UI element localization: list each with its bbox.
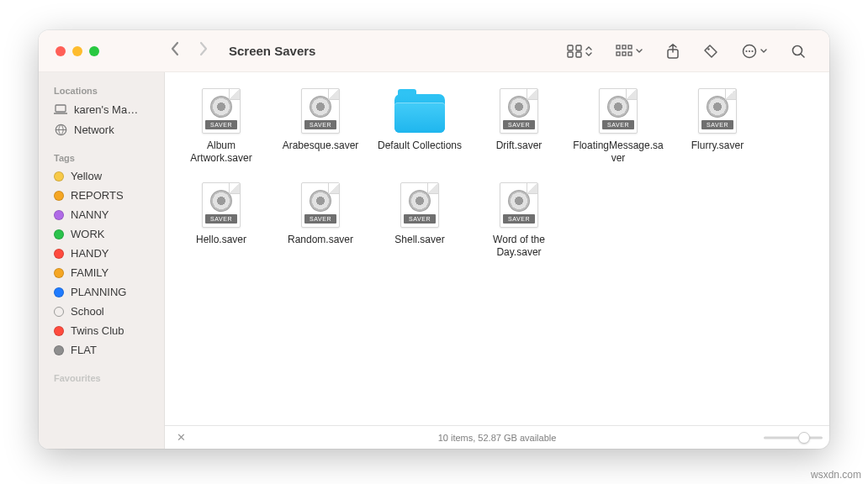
path-bar-close-button[interactable]: ✕ (172, 431, 191, 444)
tag-dot-icon (54, 345, 64, 355)
tag-dot-icon (54, 171, 64, 182)
svg-point-11 (707, 48, 709, 50)
file-item[interactable]: SAVERFlurry.saver (670, 87, 765, 175)
icon-grid[interactable]: SAVERAlbum Artwork.saverSAVERArabesque.s… (165, 72, 829, 425)
file-item-label: FloatingMessage.saver (572, 139, 664, 165)
file-item[interactable]: SAVERShell.saver (372, 182, 468, 269)
sidebar-item-label: FLAT (71, 344, 97, 356)
file-item-label: Shell.saver (394, 234, 444, 246)
sidebar-item-label: FAMILY (71, 266, 108, 279)
share-button[interactable] (666, 44, 680, 59)
sidebar-tag-item[interactable]: Yellow (39, 166, 164, 186)
file-item-label: Hello.saver (196, 234, 246, 246)
saver-file-icon: SAVER (196, 87, 246, 134)
forward-button[interactable] (198, 41, 209, 60)
chevron-updown-icon (585, 46, 592, 56)
sidebar-tag-item[interactable]: Twins Club (39, 321, 164, 340)
traffic-lights (39, 46, 165, 56)
sidebar-tag-item[interactable]: HANDY (39, 244, 164, 263)
saver-file-icon: SAVER (692, 87, 743, 134)
svg-rect-9 (628, 52, 632, 55)
svg-rect-0 (568, 45, 573, 50)
svg-rect-3 (576, 52, 581, 57)
globe-icon (54, 123, 67, 136)
saver-file-icon: SAVER (295, 87, 346, 134)
sidebar: Locations karen's Ma…Network Tags Yellow… (39, 72, 165, 449)
status-bar: ✕ 10 items, 52.87 GB available (165, 425, 829, 449)
chevron-down-icon (760, 49, 767, 54)
tag-dot-icon (54, 210, 64, 220)
back-button[interactable] (170, 41, 180, 60)
tag-dot-icon (54, 229, 64, 239)
finder-window: Screen Savers (39, 30, 829, 449)
file-item-label: Album Artwork.saver (175, 139, 267, 165)
svg-rect-5 (622, 45, 626, 49)
sidebar-tag-item[interactable]: FAMILY (39, 263, 164, 282)
file-item-label: Word of the Day.saver (473, 234, 565, 259)
tags-button[interactable] (703, 44, 718, 59)
sidebar-tag-item[interactable]: PLANNING (39, 282, 164, 302)
file-item-label: Default Collections (378, 139, 462, 152)
titlebar: Screen Savers (39, 30, 829, 72)
saver-file-icon: SAVER (494, 87, 544, 134)
svg-line-17 (801, 54, 804, 57)
folder-icon (394, 87, 445, 134)
sidebar-location-item[interactable]: karen's Ma… (39, 99, 164, 119)
svg-rect-6 (628, 45, 632, 49)
laptop-icon (54, 103, 67, 116)
saver-file-icon: SAVER (593, 87, 643, 134)
file-item[interactable]: SAVERWord of the Day.saver (471, 182, 567, 269)
file-item[interactable]: Default Collections (372, 87, 468, 175)
file-item[interactable]: SAVERAlbum Artwork.saver (173, 87, 269, 175)
file-item[interactable]: SAVERDrift.saver (471, 87, 567, 175)
window-body: Locations karen's Ma…Network Tags Yellow… (39, 72, 829, 449)
file-item[interactable]: SAVERFloatingMessage.saver (570, 87, 666, 175)
search-button[interactable] (791, 44, 806, 59)
svg-point-14 (749, 50, 750, 51)
sidebar-tag-item[interactable]: FLAT (39, 340, 164, 360)
file-item-label: Drift.saver (496, 139, 542, 152)
sidebar-tag-item[interactable]: REPORTS (39, 186, 164, 205)
tag-dot-icon (54, 287, 64, 297)
icon-size-slider[interactable] (764, 432, 823, 444)
saver-file-icon: SAVER (394, 182, 445, 229)
status-text: 10 items, 52.87 GB available (438, 433, 557, 443)
svg-point-15 (751, 50, 753, 51)
tag-dot-icon (54, 326, 64, 336)
view-mode-button[interactable] (567, 45, 592, 58)
tag-dot-icon (54, 249, 64, 259)
sidebar-item-label: School (71, 305, 104, 318)
sidebar-header-favourites: Favourites (39, 368, 164, 387)
fullscreen-window-button[interactable] (89, 46, 99, 56)
file-item[interactable]: SAVERRandom.saver (273, 182, 368, 269)
sidebar-item-label: WORK (71, 228, 104, 240)
actions-button[interactable] (742, 44, 767, 59)
tag-dot-icon (54, 191, 64, 201)
sidebar-item-label: HANDY (71, 247, 109, 260)
sidebar-header-locations: Locations (39, 81, 164, 99)
sidebar-item-label: Yellow (71, 170, 102, 182)
svg-rect-7 (617, 52, 620, 55)
file-item[interactable]: SAVERArabesque.saver (273, 87, 368, 175)
sidebar-item-label: REPORTS (71, 189, 124, 202)
sidebar-location-item[interactable]: Network (39, 119, 164, 139)
minimize-window-button[interactable] (72, 46, 82, 56)
sidebar-item-label: Twins Club (71, 324, 124, 337)
group-by-button[interactable] (616, 45, 643, 58)
sidebar-header-tags: Tags (39, 148, 164, 166)
sidebar-tag-item[interactable]: WORK (39, 224, 164, 244)
tag-dot-icon (54, 268, 64, 278)
file-item-label: Arabesque.saver (283, 139, 359, 152)
sidebar-item-label: NANNY (71, 208, 109, 221)
close-window-button[interactable] (56, 46, 66, 56)
svg-rect-1 (576, 45, 581, 50)
sidebar-tag-item[interactable]: School (39, 302, 164, 321)
file-item[interactable]: SAVERHello.saver (173, 182, 269, 269)
content-area: SAVERAlbum Artwork.saverSAVERArabesque.s… (165, 72, 829, 449)
sidebar-tag-item[interactable]: NANNY (39, 205, 164, 224)
window-title: Screen Savers (229, 44, 315, 58)
sidebar-item-label: PLANNING (71, 286, 126, 298)
file-item-label: Flurry.saver (691, 139, 744, 152)
chevron-down-icon (636, 49, 643, 54)
svg-rect-4 (617, 45, 620, 49)
